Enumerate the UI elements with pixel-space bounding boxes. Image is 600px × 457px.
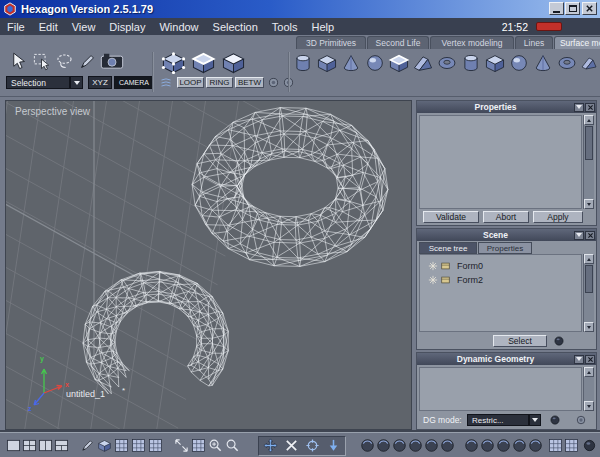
menu-window[interactable]: Window [152,18,205,35]
rect-select-tool-icon[interactable] [31,52,52,71]
tab-second-life[interactable]: Second Life [367,36,429,49]
surface-tool-2-icon[interactable] [316,53,338,73]
render-ball-1-icon[interactable] [464,438,479,453]
surface-tool-3-icon[interactable] [340,53,362,73]
apply-button[interactable]: Apply [533,211,583,223]
extra-options-icon[interactable] [582,438,597,453]
surface-tool-5-icon[interactable] [388,53,410,73]
dg-mode-dropdown[interactable]: Restric... [467,414,529,426]
betw-button[interactable]: BETW [235,77,264,88]
scene-close-button[interactable] [585,231,595,240]
item-visibility-icon[interactable] [428,275,438,285]
layout-vsplit-icon[interactable] [38,438,53,453]
grow-selection-icon[interactable] [267,76,280,89]
tab-lines[interactable]: Lines [515,36,553,49]
loop-button[interactable]: LOOP [177,77,204,88]
shaded-mode-icon[interactable] [97,438,112,453]
tab-vertex-modeling[interactable]: Vertex modeling [430,36,514,49]
select-button[interactable]: Select [493,335,547,347]
faces-selection-mode-icon[interactable] [220,51,247,74]
menu-selection[interactable]: Selection [206,18,265,35]
surface-tool-8-icon[interactable] [460,53,482,73]
surface-tool-6-icon[interactable] [412,53,434,73]
close-button[interactable] [582,2,597,15]
render-ball-5-icon[interactable] [528,438,543,453]
scrollbar-down-button[interactable] [584,401,594,411]
ring-button[interactable]: RING [206,77,233,88]
selection-dropdown-arrow-button[interactable] [70,76,83,89]
scene-options-knob[interactable] [553,335,565,347]
layout-hsplit-icon[interactable] [54,438,69,453]
xyz-button[interactable]: XYZ [88,76,112,89]
dg-close-button[interactable] [585,355,595,364]
menu-view[interactable]: View [65,18,103,35]
scene-tree-tab[interactable]: Scene tree [419,242,477,254]
scene-collapse-button[interactable] [574,231,584,240]
render-ball-3-icon[interactable] [496,438,511,453]
surface-tool-7-icon[interactable] [436,53,458,73]
scene-tree-item-form2[interactable]: Form2 [422,273,580,286]
surface-tool-4-icon[interactable] [364,53,386,73]
item-visibility-icon[interactable] [428,261,438,271]
material-ball-6-icon[interactable] [440,438,455,453]
points-selection-mode-icon[interactable] [160,51,187,74]
edge-loop-icon[interactable] [158,77,174,89]
scrollbar-thumb[interactable] [585,126,593,160]
menu-help[interactable]: Help [305,18,342,35]
surface-tool-12-icon[interactable] [556,53,578,73]
abort-button[interactable]: Abort [483,211,529,223]
dg-knob-1[interactable] [549,414,561,426]
scrollbar-up-button[interactable] [584,254,594,264]
dg-knob-2[interactable] [575,414,587,426]
render-ball-2-icon[interactable] [480,438,495,453]
dg-collapse-button[interactable] [574,355,584,364]
drop-manipulator-icon[interactable] [326,438,341,453]
minimize-button[interactable] [549,2,564,15]
cancel-manipulator-icon[interactable] [284,438,299,453]
material-ball-5-icon[interactable] [424,438,439,453]
surface-tool-13-icon[interactable] [580,53,598,73]
snap-grid-icon[interactable] [191,438,206,453]
validate-button[interactable]: Validate [423,211,479,223]
layout-single-icon[interactable] [6,438,21,453]
menu-display[interactable]: Display [102,18,152,35]
target-manipulator-icon[interactable] [305,438,320,453]
grid-display-3-icon[interactable] [148,438,163,453]
grid-display-2-icon[interactable] [131,438,146,453]
material-ball-3-icon[interactable] [392,438,407,453]
paint-mode-icon[interactable] [80,438,95,453]
edges-selection-mode-icon[interactable] [190,51,217,74]
surface-tool-1-icon[interactable] [292,53,314,73]
maximize-button[interactable] [565,2,580,15]
render-ball-4-icon[interactable] [512,438,527,453]
uv-grid-1-icon[interactable] [548,438,563,453]
scene-tree-item-form0[interactable]: Form0 [422,259,580,272]
lasso-select-tool-icon[interactable] [54,52,75,71]
material-ball-2-icon[interactable] [376,438,391,453]
scrollbar-up-button[interactable] [584,115,594,125]
tab-surface-modeling[interactable]: Surface mod [554,36,600,49]
record-indicator-button[interactable] [536,22,562,31]
scrollbar-up-button[interactable] [584,367,594,377]
properties-scrollbar[interactable] [583,115,594,209]
surface-tool-9-icon[interactable] [484,53,506,73]
scene-properties-tab[interactable]: Properties [478,242,532,254]
uv-grid-2-icon[interactable] [564,438,579,453]
properties-close-button[interactable] [585,103,595,112]
paint-select-tool-icon[interactable] [77,52,98,71]
dg-mode-dropdown-arrow[interactable] [529,414,541,426]
universal-manipulator-icon[interactable] [263,438,278,453]
layout-quad-icon[interactable] [22,438,37,453]
fit-view-icon[interactable] [174,438,189,453]
camera-mode-button[interactable]: CAMERA [114,76,154,89]
scrollbar-down-button[interactable] [584,322,594,332]
menu-edit[interactable]: Edit [32,18,65,35]
tab-3d-primitives[interactable]: 3D Primitives [296,36,366,49]
grid-display-1-icon[interactable] [114,438,129,453]
scrollbar-thumb[interactable] [585,265,593,293]
scene-scrollbar[interactable] [583,254,594,332]
zoom-tool-icon[interactable] [225,438,240,453]
menu-tools[interactable]: Tools [265,18,305,35]
material-ball-4-icon[interactable] [408,438,423,453]
properties-collapse-button[interactable] [574,103,584,112]
